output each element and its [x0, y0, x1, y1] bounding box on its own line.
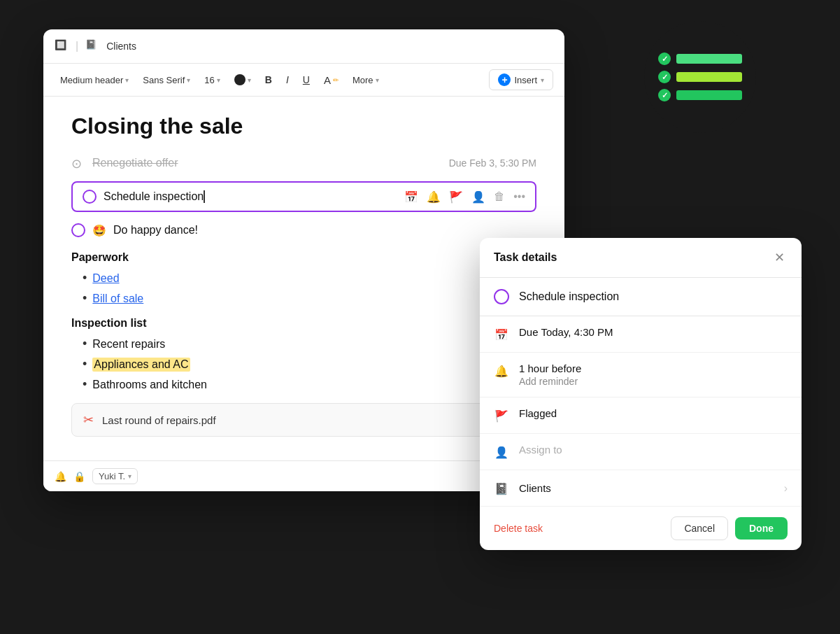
badge-row-2 [658, 71, 742, 83]
list-item-bill-of-sale[interactable]: Bill of sale [83, 291, 536, 306]
user-selector[interactable]: Yuki T. ▾ [92, 468, 138, 484]
size-chevron: ▾ [217, 76, 220, 84]
active-task-row[interactable]: Schedule inspection 📅 🔔 🚩 👤 🗑 ••• [71, 181, 536, 212]
document-toolbar: Medium header ▾ Sans Serif ▾ 16 ▾ ▾ B I … [43, 64, 564, 97]
panel-close-button[interactable]: ✕ [771, 249, 788, 266]
font-selector[interactable]: Sans Serif ▾ [137, 72, 196, 88]
pdf-icon: ✂ [83, 412, 94, 428]
task-details-panel: Task details ✕ Schedule inspection 📅 Due… [480, 238, 802, 550]
panel-reminder-row[interactable]: 🔔 1 hour before Add reminder [480, 353, 802, 397]
completed-task-text: Renegotiate offer [92, 157, 442, 169]
text-style-selector[interactable]: Medium header ▾ [55, 72, 134, 88]
more-options-icon[interactable]: ••• [513, 190, 525, 203]
italic-button[interactable]: I [280, 71, 294, 88]
panel-assign-row[interactable]: 👤 Assign to [480, 434, 802, 470]
reminder-primary: 1 hour before [519, 362, 788, 374]
flag-action-icon[interactable]: 🚩 [449, 190, 463, 204]
task-item-circle [71, 223, 85, 237]
notebook-arrow-icon: › [784, 482, 788, 495]
assign-placeholder: Assign to [519, 444, 788, 456]
calendar-panel-icon: 📅 [494, 327, 509, 342]
flagged-text: Flagged [519, 407, 788, 419]
pdf-filename: Last round of repairs.pdf [102, 414, 216, 426]
badge-check-2 [658, 71, 671, 83]
list-item-bathrooms: Bathrooms and kitchen [83, 377, 536, 392]
delete-task-button[interactable]: Delete task [494, 523, 543, 534]
font-chevron: ▾ [187, 76, 190, 84]
breadcrumb-separator: | [76, 40, 78, 52]
due-primary: Due Today, 4:30 PM [519, 326, 788, 338]
text-style-chevron: ▾ [125, 76, 129, 84]
underline-button[interactable]: U [297, 71, 315, 88]
panel-title: Task details [494, 251, 557, 264]
page-title: Closing the sale [71, 113, 536, 139]
insert-chevron: ▾ [541, 76, 544, 84]
lock-icon[interactable]: 🔒 [73, 471, 85, 482]
reminder-content: 1 hour before Add reminder [519, 362, 788, 387]
due-content: Due Today, 4:30 PM [519, 326, 788, 339]
color-chevron: ▾ [248, 76, 251, 84]
task-item-happy-dance[interactable]: 🤩 Do happy dance! [71, 223, 536, 237]
insert-plus-icon: + [498, 73, 511, 86]
bold-button[interactable]: B [259, 71, 278, 88]
badge-bar-1 [676, 54, 742, 64]
person-icon[interactable]: 👤 [471, 190, 485, 204]
add-reminder-link[interactable]: Add reminder [519, 376, 788, 387]
panel-task-circle [494, 289, 509, 304]
color-picker[interactable]: ▾ [229, 71, 257, 88]
more-button[interactable]: More ▾ [347, 72, 385, 88]
list-item-deed[interactable]: Deed [83, 271, 536, 286]
badge-check-1 [658, 52, 671, 65]
panel-due-row[interactable]: 📅 Due Today, 4:30 PM [480, 316, 802, 353]
notebook-icon: 📓 [85, 39, 99, 53]
trash-icon[interactable]: 🗑 [494, 190, 505, 203]
font-size-selector[interactable]: 16 ▾ [199, 72, 225, 88]
completed-task-due: Due Feb 3, 5:30 PM [449, 157, 536, 169]
panel-notebook-row[interactable]: 📓 Clients › [480, 470, 802, 507]
bell-panel-icon: 🔔 [494, 363, 509, 379]
badge-bar-3 [676, 90, 742, 100]
flag-content: Flagged [519, 407, 788, 419]
paperwork-section-header: Paperwork [71, 251, 536, 264]
assign-content: Assign to [519, 444, 788, 456]
task-action-bar: 📅 🔔 🚩 👤 🗑 ••• [404, 190, 525, 204]
document-title: Clients [106, 41, 136, 52]
list-item-repairs: Recent repairs [83, 337, 536, 351]
flag-panel-icon: 🚩 [494, 408, 509, 423]
font-color-button[interactable]: A✏ [318, 71, 344, 89]
done-button[interactable]: Done [735, 517, 788, 540]
notifications-icon[interactable]: 🔔 [55, 471, 66, 482]
color-dot [234, 74, 245, 85]
panel-header: Task details ✕ [480, 238, 802, 278]
task-badge-overlay [644, 21, 756, 133]
notebook-panel-icon: 📓 [494, 481, 509, 496]
cancel-button[interactable]: Cancel [671, 516, 728, 540]
person-panel-icon: 👤 [494, 444, 509, 460]
deed-link[interactable]: Deed [92, 272, 119, 285]
pdf-attachment[interactable]: ✂ Last round of repairs.pdf [71, 403, 536, 437]
active-task-text: Schedule inspection [104, 190, 397, 204]
notebook-text: Clients [519, 482, 551, 494]
text-cursor [204, 190, 205, 203]
insert-button[interactable]: + Insert ▾ [489, 69, 553, 90]
doc-icon: 🔲 [55, 39, 69, 53]
highlighted-text: Appliances and AC [92, 358, 190, 372]
badge-row-3 [658, 89, 742, 101]
document-titlebar: 🔲 | 📓 Clients [43, 29, 564, 64]
list-item-appliances: Appliances and AC [83, 357, 536, 372]
notebook-content: Clients [519, 482, 774, 495]
badge-check-3 [658, 89, 671, 101]
badge-bar-2 [676, 72, 742, 82]
panel-task-text: Schedule inspection [519, 290, 619, 303]
paperwork-list: Deed Bill of sale [71, 271, 536, 306]
completed-task[interactable]: ⊙ Renegotiate offer Due Feb 3, 5:30 PM [71, 156, 536, 170]
badge-row-1 [658, 52, 742, 65]
calendar-icon[interactable]: 📅 [404, 190, 418, 204]
user-chevron: ▾ [128, 472, 131, 480]
inspection-list: Recent repairs Appliances and AC Bathroo… [71, 337, 536, 392]
task-circle-icon [83, 190, 97, 204]
bell-icon[interactable]: 🔔 [427, 190, 441, 204]
panel-flag-row[interactable]: 🚩 Flagged [480, 397, 802, 434]
panel-task-name-row: Schedule inspection [480, 278, 802, 316]
bill-of-sale-link[interactable]: Bill of sale [92, 293, 143, 305]
